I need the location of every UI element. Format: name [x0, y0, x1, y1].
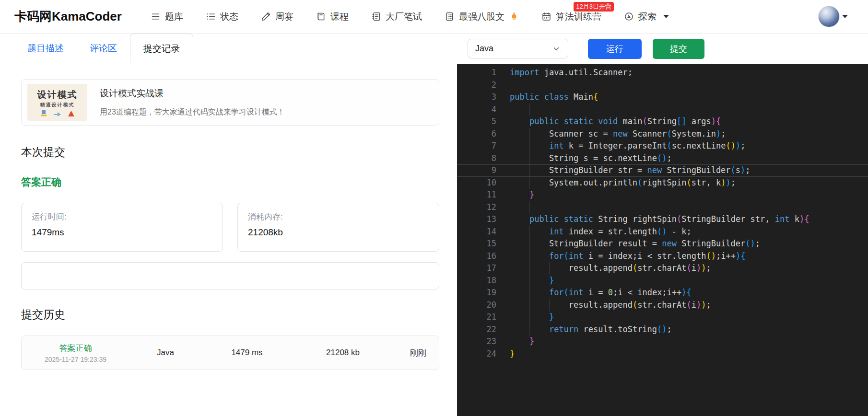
- line-number: 11: [457, 189, 496, 201]
- indent-guide: [529, 177, 530, 189]
- left-panel: 题目描述评论区提交记录 设计模式 精通设计模式 设计模式实战课 用23道编程题，…: [0, 34, 446, 416]
- tab-submissions[interactable]: 提交记录: [130, 34, 193, 63]
- line-number: 6: [457, 128, 496, 140]
- line-number: 4: [457, 104, 496, 116]
- course-thumbnail: 设计模式 精通设计模式: [27, 84, 87, 121]
- language-select[interactable]: Java: [468, 39, 568, 58]
- course-title: 设计模式实战课: [100, 87, 285, 100]
- main-area: 题目描述评论区提交记录 设计模式 精通设计模式 设计模式实战课 用23道编程题，…: [0, 34, 868, 416]
- code-line-content: }: [510, 275, 868, 287]
- course-thumb-title: 设计模式: [37, 89, 78, 101]
- notebook-icon: [371, 12, 381, 22]
- indent-guide: [529, 238, 530, 250]
- nav-item-bagu[interactable]: 最强八股文: [445, 11, 519, 23]
- code-line-current: 9 StringBuilder str = new StringBuilder(…: [457, 164, 868, 177]
- runtime-label: 运行时间:: [32, 211, 212, 222]
- history-timestamp: 2025-11-27 19:23:39: [22, 356, 129, 363]
- code-line: 16 for(int i = index;i < str.length();i+…: [457, 250, 868, 263]
- nav-item-label: 课程: [330, 11, 349, 23]
- history-memory: 21208 kb: [293, 348, 393, 358]
- line-number: 10: [457, 177, 496, 189]
- submission-status: 答案正确: [21, 175, 439, 189]
- code-line: 6 Scanner sc = new Scanner(System.in);: [457, 128, 868, 140]
- indent-guide: [529, 250, 530, 263]
- right-panel: Java 运行 提交 1import java.util.Scanner;23p…: [446, 34, 868, 416]
- avatar[interactable]: [818, 6, 840, 27]
- code-line-content: public static void main(String[] args){: [510, 116, 868, 128]
- line-number: 7: [457, 140, 496, 152]
- line-number: 13: [457, 213, 496, 226]
- indent-guide: [529, 165, 530, 176]
- message-box: [21, 262, 439, 289]
- indent-guide: [529, 299, 530, 312]
- code-line: 14 int index = str.length() - k;: [457, 226, 868, 238]
- course-description: 用23道编程题，带大家通过代码实战来学习设计模式！: [100, 107, 285, 117]
- code-line: 24}: [457, 348, 868, 360]
- code-line-content: public class Main{: [510, 91, 868, 104]
- course-thumb-subtitle: 精通设计模式: [40, 102, 75, 108]
- nav-item-label: 最强八股文: [459, 11, 504, 23]
- history-status-cell: 答案正确 2025-11-27 19:23:39: [22, 343, 129, 363]
- submit-button[interactable]: 提交: [653, 39, 704, 59]
- line-number: 16: [457, 250, 496, 263]
- submission-panel: 设计模式 精通设计模式 设计模式实战课 用23道编程题，带大家通过代码实战来学习…: [0, 63, 446, 370]
- runtime-box: 运行时间: 1479ms: [21, 203, 223, 252]
- course-card[interactable]: 设计模式 精通设计模式 设计模式实战课 用23道编程题，带大家通过代码实战来学习…: [21, 79, 439, 126]
- code-line: 2: [457, 79, 868, 92]
- site-logo[interactable]: 卡码网KamaCoder: [14, 8, 122, 25]
- code-line: 10 System.out.println(rightSpin(str, k))…: [457, 177, 868, 189]
- code-line: 11 }: [457, 189, 868, 201]
- indent-guide: [529, 324, 530, 336]
- code-line: 8 String s = sc.nextLine();: [457, 152, 868, 165]
- nav-item-camp[interactable]: 算法训练营12月3日开营: [541, 11, 601, 23]
- line-number: 12: [457, 201, 496, 214]
- code-line: 5 public static void main(String[] args)…: [457, 116, 868, 128]
- code-line-content: int index = str.length() - k;: [510, 226, 868, 238]
- chevron-down-icon: [552, 45, 561, 53]
- run-button[interactable]: 运行: [588, 39, 642, 59]
- code-line-content: import java.util.Scanner;: [510, 67, 868, 79]
- triangle-shape-icon: [68, 111, 74, 116]
- runtime-value: 1479ms: [32, 227, 212, 238]
- code-line: 12: [457, 201, 868, 214]
- line-number: 24: [457, 348, 496, 360]
- code-line-content: }: [510, 335, 868, 348]
- indent-guide: [529, 262, 530, 275]
- line-number: 20: [457, 299, 496, 312]
- tab-description[interactable]: 题目描述: [14, 34, 77, 63]
- nav-item-label: 题库: [165, 11, 183, 23]
- tab-comments[interactable]: 评论区: [77, 34, 130, 63]
- history-list: 答案正确 2025-11-27 19:23:39 Java 1479 ms 21…: [21, 335, 439, 370]
- history-language: Java: [129, 348, 201, 358]
- nav-item-exams[interactable]: 大厂笔试: [371, 11, 422, 23]
- menu-icon: [151, 12, 161, 22]
- nav-item-contest[interactable]: 周赛: [261, 11, 293, 23]
- stats-row: 运行时间: 1479ms 消耗内存: 21208kb: [21, 203, 439, 252]
- history-status: 答案正确: [22, 343, 129, 354]
- code-line-content: for(int i = 0;i < index;i++){: [510, 287, 868, 299]
- history-ago: 刚刚: [393, 347, 439, 358]
- navbar: 卡码网KamaCoder 题库状态周赛课程大厂笔试最强八股文算法训练营12月3日…: [0, 0, 868, 34]
- chevron-down-icon: [663, 15, 669, 18]
- line-number: 3: [457, 91, 496, 104]
- nav-item-label: 周赛: [275, 11, 293, 23]
- doc-icon: [445, 12, 455, 22]
- code-line: 15 StringBuilder result = new StringBuil…: [457, 238, 868, 250]
- user-menu[interactable]: [818, 6, 848, 27]
- code-line-content: }: [510, 311, 868, 324]
- nav-item-courses[interactable]: 课程: [316, 11, 349, 23]
- memory-box: 消耗内存: 21208kb: [237, 203, 439, 252]
- memory-value: 21208kb: [248, 227, 429, 238]
- code-line-content: StringBuilder result = new StringBuilder…: [510, 238, 868, 250]
- indent-guide: [529, 140, 530, 152]
- nav-item-problems[interactable]: 题库: [151, 11, 183, 23]
- nav-item-explore[interactable]: 探索: [624, 11, 669, 23]
- code-line: 23 }: [457, 335, 868, 348]
- code-editor[interactable]: 1import java.util.Scanner;23public class…: [457, 64, 868, 416]
- history-row[interactable]: 答案正确 2025-11-27 19:23:39 Java 1479 ms 21…: [21, 335, 439, 370]
- book-icon: [316, 12, 326, 22]
- code-line-content: result.append(str.charAt(i));: [510, 262, 868, 275]
- line-number: 8: [457, 152, 496, 165]
- memory-label: 消耗内存:: [248, 211, 429, 222]
- nav-item-status[interactable]: 状态: [206, 11, 238, 23]
